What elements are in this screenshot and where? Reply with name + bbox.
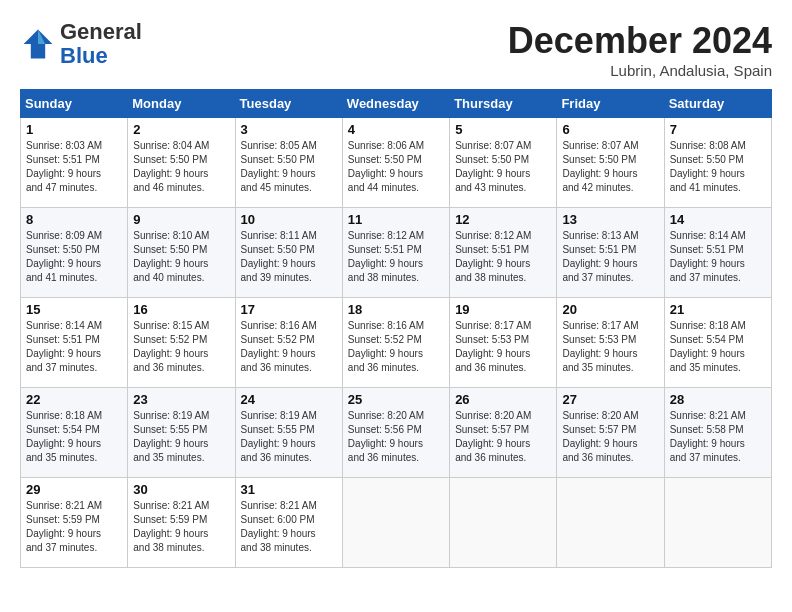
- calendar-day-cell: 18Sunrise: 8:16 AM Sunset: 5:52 PM Dayli…: [342, 298, 449, 388]
- day-number: 2: [133, 122, 229, 137]
- day-number: 19: [455, 302, 551, 317]
- day-detail: Sunrise: 8:19 AM Sunset: 5:55 PM Dayligh…: [133, 409, 229, 465]
- day-detail: Sunrise: 8:20 AM Sunset: 5:57 PM Dayligh…: [455, 409, 551, 465]
- calendar-day-cell: 21Sunrise: 8:18 AM Sunset: 5:54 PM Dayli…: [664, 298, 771, 388]
- day-of-week-header: Monday: [128, 90, 235, 118]
- calendar-day-cell: 6Sunrise: 8:07 AM Sunset: 5:50 PM Daylig…: [557, 118, 664, 208]
- day-detail: Sunrise: 8:09 AM Sunset: 5:50 PM Dayligh…: [26, 229, 122, 285]
- day-of-week-header: Friday: [557, 90, 664, 118]
- day-number: 20: [562, 302, 658, 317]
- day-detail: Sunrise: 8:10 AM Sunset: 5:50 PM Dayligh…: [133, 229, 229, 285]
- day-number: 4: [348, 122, 444, 137]
- logo: General Blue: [20, 20, 142, 68]
- day-detail: Sunrise: 8:18 AM Sunset: 5:54 PM Dayligh…: [26, 409, 122, 465]
- day-number: 8: [26, 212, 122, 227]
- day-number: 5: [455, 122, 551, 137]
- day-detail: Sunrise: 8:07 AM Sunset: 5:50 PM Dayligh…: [562, 139, 658, 195]
- day-number: 17: [241, 302, 337, 317]
- calendar-day-cell: 12Sunrise: 8:12 AM Sunset: 5:51 PM Dayli…: [450, 208, 557, 298]
- calendar-day-cell: [557, 478, 664, 568]
- logo-text: General Blue: [60, 20, 142, 68]
- day-number: 16: [133, 302, 229, 317]
- day-number: 21: [670, 302, 766, 317]
- day-number: 3: [241, 122, 337, 137]
- calendar-day-cell: 22Sunrise: 8:18 AM Sunset: 5:54 PM Dayli…: [21, 388, 128, 478]
- day-number: 22: [26, 392, 122, 407]
- calendar-day-cell: 24Sunrise: 8:19 AM Sunset: 5:55 PM Dayli…: [235, 388, 342, 478]
- calendar-day-cell: 31Sunrise: 8:21 AM Sunset: 6:00 PM Dayli…: [235, 478, 342, 568]
- calendar-table: SundayMondayTuesdayWednesdayThursdayFrid…: [20, 89, 772, 568]
- day-detail: Sunrise: 8:17 AM Sunset: 5:53 PM Dayligh…: [455, 319, 551, 375]
- day-of-week-header: Saturday: [664, 90, 771, 118]
- calendar-day-cell: 3Sunrise: 8:05 AM Sunset: 5:50 PM Daylig…: [235, 118, 342, 208]
- calendar-day-cell: 14Sunrise: 8:14 AM Sunset: 5:51 PM Dayli…: [664, 208, 771, 298]
- day-detail: Sunrise: 8:21 AM Sunset: 5:59 PM Dayligh…: [26, 499, 122, 555]
- day-of-week-header: Tuesday: [235, 90, 342, 118]
- day-detail: Sunrise: 8:18 AM Sunset: 5:54 PM Dayligh…: [670, 319, 766, 375]
- day-detail: Sunrise: 8:12 AM Sunset: 5:51 PM Dayligh…: [348, 229, 444, 285]
- calendar-day-cell: 19Sunrise: 8:17 AM Sunset: 5:53 PM Dayli…: [450, 298, 557, 388]
- day-detail: Sunrise: 8:17 AM Sunset: 5:53 PM Dayligh…: [562, 319, 658, 375]
- calendar-day-cell: 9Sunrise: 8:10 AM Sunset: 5:50 PM Daylig…: [128, 208, 235, 298]
- day-detail: Sunrise: 8:05 AM Sunset: 5:50 PM Dayligh…: [241, 139, 337, 195]
- day-detail: Sunrise: 8:06 AM Sunset: 5:50 PM Dayligh…: [348, 139, 444, 195]
- calendar-body: 1Sunrise: 8:03 AM Sunset: 5:51 PM Daylig…: [21, 118, 772, 568]
- calendar-day-cell: 30Sunrise: 8:21 AM Sunset: 5:59 PM Dayli…: [128, 478, 235, 568]
- day-number: 30: [133, 482, 229, 497]
- day-number: 18: [348, 302, 444, 317]
- calendar-day-cell: 29Sunrise: 8:21 AM Sunset: 5:59 PM Dayli…: [21, 478, 128, 568]
- calendar-day-cell: [450, 478, 557, 568]
- day-detail: Sunrise: 8:12 AM Sunset: 5:51 PM Dayligh…: [455, 229, 551, 285]
- calendar-week-row: 15Sunrise: 8:14 AM Sunset: 5:51 PM Dayli…: [21, 298, 772, 388]
- day-number: 11: [348, 212, 444, 227]
- day-detail: Sunrise: 8:19 AM Sunset: 5:55 PM Dayligh…: [241, 409, 337, 465]
- day-detail: Sunrise: 8:11 AM Sunset: 5:50 PM Dayligh…: [241, 229, 337, 285]
- calendar-day-cell: 23Sunrise: 8:19 AM Sunset: 5:55 PM Dayli…: [128, 388, 235, 478]
- day-detail: Sunrise: 8:07 AM Sunset: 5:50 PM Dayligh…: [455, 139, 551, 195]
- calendar-day-cell: 4Sunrise: 8:06 AM Sunset: 5:50 PM Daylig…: [342, 118, 449, 208]
- calendar-day-cell: 2Sunrise: 8:04 AM Sunset: 5:50 PM Daylig…: [128, 118, 235, 208]
- day-detail: Sunrise: 8:20 AM Sunset: 5:57 PM Dayligh…: [562, 409, 658, 465]
- day-number: 14: [670, 212, 766, 227]
- month-year-title: December 2024: [508, 20, 772, 62]
- calendar-day-cell: [664, 478, 771, 568]
- day-detail: Sunrise: 8:16 AM Sunset: 5:52 PM Dayligh…: [348, 319, 444, 375]
- day-number: 12: [455, 212, 551, 227]
- calendar-day-cell: 20Sunrise: 8:17 AM Sunset: 5:53 PM Dayli…: [557, 298, 664, 388]
- day-number: 26: [455, 392, 551, 407]
- day-number: 29: [26, 482, 122, 497]
- day-number: 27: [562, 392, 658, 407]
- calendar-header-row: SundayMondayTuesdayWednesdayThursdayFrid…: [21, 90, 772, 118]
- day-number: 31: [241, 482, 337, 497]
- calendar-day-cell: 1Sunrise: 8:03 AM Sunset: 5:51 PM Daylig…: [21, 118, 128, 208]
- location-subtitle: Lubrin, Andalusia, Spain: [508, 62, 772, 79]
- day-detail: Sunrise: 8:04 AM Sunset: 5:50 PM Dayligh…: [133, 139, 229, 195]
- page-header: General Blue December 2024 Lubrin, Andal…: [20, 20, 772, 79]
- calendar-day-cell: 27Sunrise: 8:20 AM Sunset: 5:57 PM Dayli…: [557, 388, 664, 478]
- calendar-day-cell: 7Sunrise: 8:08 AM Sunset: 5:50 PM Daylig…: [664, 118, 771, 208]
- day-number: 23: [133, 392, 229, 407]
- calendar-day-cell: 11Sunrise: 8:12 AM Sunset: 5:51 PM Dayli…: [342, 208, 449, 298]
- day-detail: Sunrise: 8:21 AM Sunset: 5:58 PM Dayligh…: [670, 409, 766, 465]
- day-number: 13: [562, 212, 658, 227]
- day-number: 9: [133, 212, 229, 227]
- day-of-week-header: Sunday: [21, 90, 128, 118]
- day-detail: Sunrise: 8:03 AM Sunset: 5:51 PM Dayligh…: [26, 139, 122, 195]
- calendar-day-cell: [342, 478, 449, 568]
- calendar-week-row: 1Sunrise: 8:03 AM Sunset: 5:51 PM Daylig…: [21, 118, 772, 208]
- day-detail: Sunrise: 8:21 AM Sunset: 6:00 PM Dayligh…: [241, 499, 337, 555]
- day-of-week-header: Wednesday: [342, 90, 449, 118]
- calendar-day-cell: 16Sunrise: 8:15 AM Sunset: 5:52 PM Dayli…: [128, 298, 235, 388]
- day-number: 28: [670, 392, 766, 407]
- day-detail: Sunrise: 8:13 AM Sunset: 5:51 PM Dayligh…: [562, 229, 658, 285]
- day-detail: Sunrise: 8:08 AM Sunset: 5:50 PM Dayligh…: [670, 139, 766, 195]
- calendar-day-cell: 26Sunrise: 8:20 AM Sunset: 5:57 PM Dayli…: [450, 388, 557, 478]
- day-number: 25: [348, 392, 444, 407]
- day-detail: Sunrise: 8:20 AM Sunset: 5:56 PM Dayligh…: [348, 409, 444, 465]
- day-detail: Sunrise: 8:16 AM Sunset: 5:52 PM Dayligh…: [241, 319, 337, 375]
- calendar-day-cell: 10Sunrise: 8:11 AM Sunset: 5:50 PM Dayli…: [235, 208, 342, 298]
- day-number: 15: [26, 302, 122, 317]
- calendar-week-row: 8Sunrise: 8:09 AM Sunset: 5:50 PM Daylig…: [21, 208, 772, 298]
- day-detail: Sunrise: 8:14 AM Sunset: 5:51 PM Dayligh…: [26, 319, 122, 375]
- day-number: 6: [562, 122, 658, 137]
